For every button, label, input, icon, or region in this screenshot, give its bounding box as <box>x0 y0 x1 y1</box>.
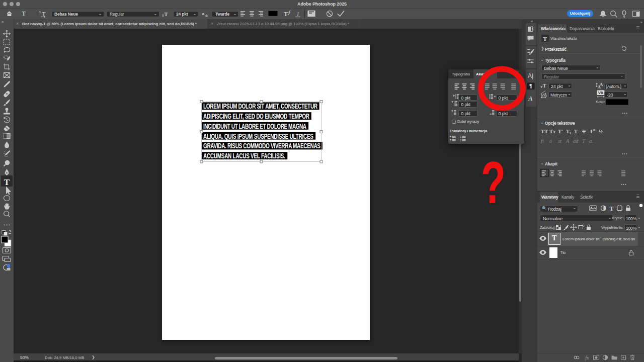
svg-text:?: ? <box>481 149 506 216</box>
